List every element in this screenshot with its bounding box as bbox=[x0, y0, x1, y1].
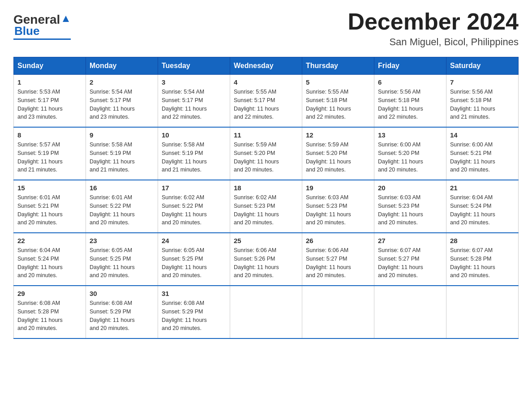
title-block: December 2024 San Miguel, Bicol, Philipp… bbox=[348, 9, 519, 48]
calendar-cell: 27 Sunrise: 6:07 AMSunset: 5:27 PMDaylig… bbox=[374, 233, 446, 286]
day-number: 25 bbox=[234, 237, 298, 244]
calendar-cell: 12 Sunrise: 5:59 AMSunset: 5:20 PMDaylig… bbox=[302, 127, 374, 180]
day-info: Sunrise: 6:01 AMSunset: 5:21 PMDaylight:… bbox=[17, 194, 63, 226]
calendar-cell: 13 Sunrise: 6:00 AMSunset: 5:20 PMDaylig… bbox=[374, 127, 446, 180]
day-number: 10 bbox=[162, 131, 226, 139]
logo: General Blue bbox=[13, 9, 71, 40]
day-number: 13 bbox=[378, 131, 442, 139]
col-friday: Friday bbox=[374, 57, 446, 75]
day-number: 8 bbox=[17, 131, 82, 139]
calendar-cell: 9 Sunrise: 5:58 AMSunset: 5:19 PMDayligh… bbox=[86, 127, 158, 180]
day-number: 26 bbox=[306, 237, 370, 244]
day-info: Sunrise: 6:04 AMSunset: 5:24 PMDaylight:… bbox=[17, 247, 63, 278]
day-number: 28 bbox=[450, 237, 515, 244]
calendar-cell: 25 Sunrise: 6:06 AMSunset: 5:26 PMDaylig… bbox=[230, 233, 302, 286]
calendar-cell: 16 Sunrise: 6:01 AMSunset: 5:22 PMDaylig… bbox=[86, 180, 158, 233]
calendar-cell: 24 Sunrise: 6:05 AMSunset: 5:25 PMDaylig… bbox=[158, 233, 230, 286]
day-info: Sunrise: 5:56 AMSunset: 5:18 PMDaylight:… bbox=[450, 89, 495, 120]
svg-marker-0 bbox=[63, 16, 69, 22]
day-number: 15 bbox=[17, 184, 82, 192]
day-info: Sunrise: 6:00 AMSunset: 5:21 PMDaylight:… bbox=[450, 141, 495, 173]
day-number: 9 bbox=[90, 131, 154, 139]
calendar-body: 1 Sunrise: 5:53 AMSunset: 5:17 PMDayligh… bbox=[14, 75, 519, 339]
calendar-week-row: 8 Sunrise: 5:57 AMSunset: 5:19 PMDayligh… bbox=[14, 127, 519, 180]
calendar-cell bbox=[374, 286, 446, 338]
col-sunday: Sunday bbox=[14, 57, 86, 75]
calendar-cell: 15 Sunrise: 6:01 AMSunset: 5:21 PMDaylig… bbox=[14, 180, 86, 233]
calendar-cell: 26 Sunrise: 6:06 AMSunset: 5:27 PMDaylig… bbox=[302, 233, 374, 286]
calendar-cell: 31 Sunrise: 6:08 AMSunset: 5:29 PMDaylig… bbox=[158, 286, 230, 338]
calendar-cell bbox=[302, 286, 374, 338]
day-number: 6 bbox=[378, 78, 442, 86]
day-info: Sunrise: 6:05 AMSunset: 5:25 PMDaylight:… bbox=[90, 247, 135, 278]
day-number: 1 bbox=[17, 78, 82, 86]
calendar-cell: 29 Sunrise: 6:08 AMSunset: 5:28 PMDaylig… bbox=[14, 286, 86, 338]
calendar-cell bbox=[230, 286, 302, 338]
day-info: Sunrise: 6:00 AMSunset: 5:20 PMDaylight:… bbox=[378, 141, 423, 173]
col-tuesday: Tuesday bbox=[158, 57, 230, 75]
calendar-week-row: 29 Sunrise: 6:08 AMSunset: 5:28 PMDaylig… bbox=[14, 286, 519, 338]
day-info: Sunrise: 5:58 AMSunset: 5:19 PMDaylight:… bbox=[162, 141, 207, 173]
calendar-cell: 3 Sunrise: 5:54 AMSunset: 5:17 PMDayligh… bbox=[158, 75, 230, 128]
day-number: 29 bbox=[17, 290, 82, 297]
calendar-header: Sunday Monday Tuesday Wednesday Thursday… bbox=[14, 57, 519, 75]
calendar-cell: 5 Sunrise: 5:55 AMSunset: 5:18 PMDayligh… bbox=[302, 75, 374, 128]
day-info: Sunrise: 5:54 AMSunset: 5:17 PMDaylight:… bbox=[90, 89, 135, 120]
calendar-week-row: 15 Sunrise: 6:01 AMSunset: 5:21 PMDaylig… bbox=[14, 180, 519, 233]
day-info: Sunrise: 6:07 AMSunset: 5:27 PMDaylight:… bbox=[378, 247, 423, 278]
day-number: 23 bbox=[90, 237, 154, 244]
day-info: Sunrise: 6:07 AMSunset: 5:28 PMDaylight:… bbox=[450, 247, 495, 278]
calendar-cell: 10 Sunrise: 5:58 AMSunset: 5:19 PMDaylig… bbox=[158, 127, 230, 180]
page-header: General Blue December 2024 San Miguel, B… bbox=[13, 9, 519, 48]
day-info: Sunrise: 6:01 AMSunset: 5:22 PMDaylight:… bbox=[90, 194, 135, 226]
day-info: Sunrise: 6:06 AMSunset: 5:26 PMDaylight:… bbox=[234, 247, 279, 278]
calendar-cell: 20 Sunrise: 6:03 AMSunset: 5:23 PMDaylig… bbox=[374, 180, 446, 233]
calendar-cell bbox=[446, 286, 519, 338]
calendar-cell: 4 Sunrise: 5:55 AMSunset: 5:17 PMDayligh… bbox=[230, 75, 302, 128]
day-number: 14 bbox=[450, 131, 515, 139]
day-number: 19 bbox=[306, 184, 370, 192]
day-number: 18 bbox=[234, 184, 298, 192]
calendar-cell: 17 Sunrise: 6:02 AMSunset: 5:22 PMDaylig… bbox=[158, 180, 230, 233]
calendar-cell: 1 Sunrise: 5:53 AMSunset: 5:17 PMDayligh… bbox=[14, 75, 86, 128]
calendar-cell: 19 Sunrise: 6:03 AMSunset: 5:23 PMDaylig… bbox=[302, 180, 374, 233]
day-number: 17 bbox=[162, 184, 226, 192]
day-info: Sunrise: 6:02 AMSunset: 5:22 PMDaylight:… bbox=[162, 194, 207, 226]
day-number: 27 bbox=[378, 237, 442, 244]
day-info: Sunrise: 5:59 AMSunset: 5:20 PMDaylight:… bbox=[234, 141, 279, 173]
day-info: Sunrise: 5:57 AMSunset: 5:19 PMDaylight:… bbox=[17, 141, 63, 173]
col-wednesday: Wednesday bbox=[230, 57, 302, 75]
calendar-cell: 28 Sunrise: 6:07 AMSunset: 5:28 PMDaylig… bbox=[446, 233, 519, 286]
day-number: 20 bbox=[378, 184, 442, 192]
day-number: 4 bbox=[234, 78, 298, 86]
day-number: 5 bbox=[306, 78, 370, 86]
day-info: Sunrise: 6:04 AMSunset: 5:24 PMDaylight:… bbox=[450, 194, 495, 226]
day-info: Sunrise: 5:54 AMSunset: 5:17 PMDaylight:… bbox=[162, 89, 207, 120]
day-info: Sunrise: 6:08 AMSunset: 5:29 PMDaylight:… bbox=[90, 300, 135, 331]
logo-underline bbox=[13, 39, 71, 40]
location-subtitle: San Miguel, Bicol, Philippines bbox=[348, 36, 519, 48]
day-number: 31 bbox=[162, 290, 226, 297]
day-info: Sunrise: 6:03 AMSunset: 5:23 PMDaylight:… bbox=[378, 194, 423, 226]
calendar-cell: 23 Sunrise: 6:05 AMSunset: 5:25 PMDaylig… bbox=[86, 233, 158, 286]
header-row: Sunday Monday Tuesday Wednesday Thursday… bbox=[14, 57, 519, 75]
calendar-cell: 2 Sunrise: 5:54 AMSunset: 5:17 PMDayligh… bbox=[86, 75, 158, 128]
day-info: Sunrise: 5:56 AMSunset: 5:18 PMDaylight:… bbox=[378, 89, 423, 120]
day-number: 7 bbox=[450, 78, 515, 86]
day-number: 12 bbox=[306, 131, 370, 139]
day-info: Sunrise: 6:08 AMSunset: 5:29 PMDaylight:… bbox=[162, 300, 207, 331]
day-info: Sunrise: 6:03 AMSunset: 5:23 PMDaylight:… bbox=[306, 194, 351, 226]
month-title: December 2024 bbox=[348, 9, 519, 34]
day-info: Sunrise: 5:55 AMSunset: 5:18 PMDaylight:… bbox=[306, 89, 351, 120]
day-number: 11 bbox=[234, 131, 298, 139]
calendar-table: Sunday Monday Tuesday Wednesday Thursday… bbox=[13, 57, 519, 339]
day-info: Sunrise: 6:06 AMSunset: 5:27 PMDaylight:… bbox=[306, 247, 351, 278]
col-monday: Monday bbox=[86, 57, 158, 75]
calendar-cell: 21 Sunrise: 6:04 AMSunset: 5:24 PMDaylig… bbox=[446, 180, 519, 233]
calendar-cell: 6 Sunrise: 5:56 AMSunset: 5:18 PMDayligh… bbox=[374, 75, 446, 128]
logo-text-blue: Blue bbox=[14, 24, 39, 38]
calendar-cell: 22 Sunrise: 6:04 AMSunset: 5:24 PMDaylig… bbox=[14, 233, 86, 286]
logo-triangle-icon bbox=[61, 14, 71, 24]
calendar-week-row: 22 Sunrise: 6:04 AMSunset: 5:24 PMDaylig… bbox=[14, 233, 519, 286]
day-number: 3 bbox=[162, 78, 226, 86]
